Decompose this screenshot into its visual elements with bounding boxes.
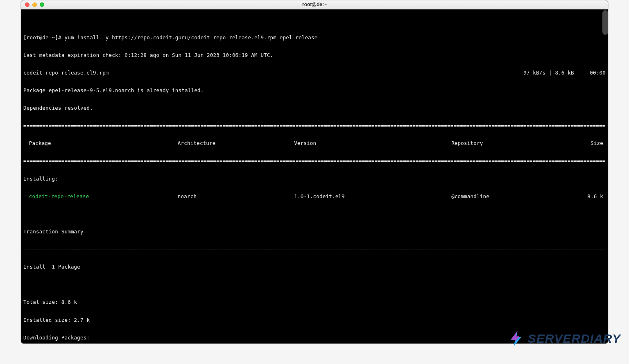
prompt: [root@de ~]# <box>23 34 64 41</box>
terminal-line: Package epel-release-9-5.el9.noarch is a… <box>23 88 606 93</box>
terminal-line <box>23 282 606 287</box>
terminal-line: Installed size: 2.7 k <box>23 317 606 323</box>
package-version: 1.0-1.codeit.el9 <box>294 194 451 199</box>
col-size: Size <box>568 140 606 146</box>
terminal-line: Last metadata expiration check: 0:12:28 … <box>23 52 606 58</box>
table-row: codeit-repo-release noarch 1.0-1.codeit.… <box>23 194 606 199</box>
terminal-line <box>23 211 606 217</box>
table-header-row: Package Architecture Version Repository … <box>23 140 606 146</box>
terminal-body[interactable]: [root@de ~]# yum install -y https://repo… <box>21 9 608 344</box>
titlebar: root@de:~ <box>21 0 608 9</box>
terminal-window: root@de:~ [root@de ~]# yum install -y ht… <box>20 0 609 344</box>
col-version: Version <box>294 140 451 146</box>
package-name: codeit-repo-release <box>23 194 178 199</box>
terminal-line: Transaction Summary <box>23 229 606 235</box>
terminal-line: Install 1 Package <box>23 264 606 270</box>
divider-double: ========================================… <box>23 246 606 252</box>
package-arch: noarch <box>178 194 294 199</box>
window-title: root@de:~ <box>21 2 608 8</box>
col-architecture: Architecture <box>178 140 294 146</box>
terminal-line: [root@de ~]# yum install -y https://repo… <box>23 35 606 41</box>
scrollbar[interactable] <box>602 10 608 35</box>
terminal-line: Total size: 8.6 k <box>23 299 606 305</box>
terminal-line: Installing: <box>23 176 606 182</box>
terminal-line: codeit-repo-release.el9.rpm97 kB/s | 8.6… <box>23 70 606 76</box>
col-package: Package <box>23 140 178 146</box>
package-size: 8.6 k <box>568 194 606 199</box>
divider-double: ========================================… <box>23 123 606 129</box>
divider-double: ========================================… <box>23 158 606 164</box>
package-repo: @commandline <box>451 194 568 199</box>
col-repository: Repository <box>451 140 568 146</box>
download-speed: 97 kB/s | 8.6 kB 00:00 <box>523 70 606 76</box>
terminal-line: Dependencies resolved. <box>23 105 606 111</box>
output-text: codeit-repo-release.el9.rpm <box>23 70 109 76</box>
terminal-line: Downloading Packages: <box>23 335 606 341</box>
command-text: yum install -y https://repo.codeit.guru/… <box>64 34 317 41</box>
